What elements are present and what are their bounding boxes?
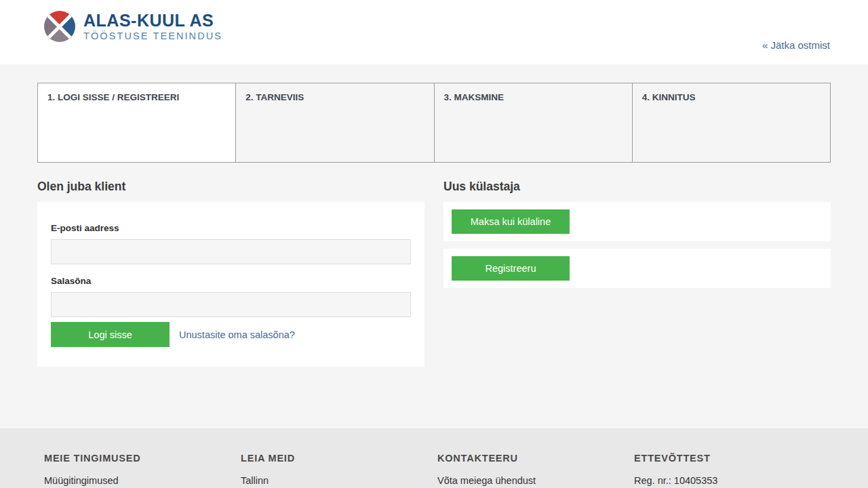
email-field-group: E-posti aadress	[51, 223, 411, 264]
guest-checkout-panel: Maksa kui külaline	[443, 202, 831, 241]
login-panel: E-posti aadress Salasõna Logi sisse Unus…	[37, 202, 425, 367]
new-visitor-heading: Uus külastaja	[443, 180, 831, 194]
continue-shopping-link[interactable]: « Jätka ostmist	[762, 39, 830, 51]
logo-icon	[44, 11, 75, 42]
step-label: 4. KINNITUS	[642, 92, 696, 102]
step-label: 1. LOGI SISSE / REGISTREERI	[47, 92, 179, 102]
email-input[interactable]	[51, 239, 411, 264]
step-login-register: 1. LOGI SISSE / REGISTREERI	[38, 83, 235, 162]
logo[interactable]: ALAS-KUUL AS TÖÖSTUSE TEENINDUS	[44, 11, 222, 42]
email-label: E-posti aadress	[51, 223, 411, 233]
footer-heading-find-us: LEIA MEID	[241, 453, 437, 464]
guest-checkout-button[interactable]: Maksa kui külaline	[452, 209, 570, 234]
login-actions: Logi sisse Unustasite oma salasõna?	[51, 322, 411, 347]
step-label: 2. TARNEVIIS	[245, 92, 304, 102]
login-heading: Olen juba klient	[37, 180, 425, 194]
login-section: Olen juba klient E-posti aadress Salasõn…	[37, 180, 425, 367]
footer-columns: MEIE TINGIMUSED Müügitingimused LEIA MEI…	[44, 453, 831, 486]
header: ALAS-KUUL AS TÖÖSTUSE TEENINDUS « Jätka …	[0, 0, 868, 64]
footer-heading-company: ETTEVÕTTEST	[634, 453, 831, 464]
step-delivery: 2. TARNEVIIS	[235, 83, 433, 162]
logo-text: ALAS-KUUL AS TÖÖSTUSE TEENINDUS	[83, 12, 222, 41]
footer-heading-contact: KONTAKTEERU	[437, 453, 634, 464]
footer-reg-number: Reg. nr.: 10405353	[634, 475, 831, 486]
new-visitor-section: Uus külastaja Maksa kui külaline Registr…	[443, 180, 831, 367]
step-label: 3. MAKSMINE	[444, 92, 505, 102]
step-payment: 3. MAKSMINE	[434, 83, 632, 162]
password-input[interactable]	[51, 292, 411, 317]
step-confirmation: 4. KINNITUS	[632, 83, 830, 162]
password-label: Salasõna	[51, 276, 411, 286]
footer-link-tallinn[interactable]: Tallinn	[241, 475, 437, 486]
content-columns: Olen juba klient E-posti aadress Salasõn…	[37, 180, 831, 367]
footer-col-find-us: LEIA MEID Tallinn	[241, 453, 437, 486]
register-button[interactable]: Registreeru	[452, 256, 570, 281]
register-panel: Registreeru	[443, 249, 831, 288]
footer-col-company: ETTEVÕTTEST Reg. nr.: 10405353	[634, 453, 831, 486]
password-field-group: Salasõna	[51, 276, 411, 317]
footer-col-terms: MEIE TINGIMUSED Müügitingimused	[44, 453, 241, 486]
logo-subtitle: TÖÖSTUSE TEENINDUS	[83, 31, 222, 41]
footer: MEIE TINGIMUSED Müügitingimused LEIA MEI…	[0, 428, 868, 488]
footer-heading-terms: MEIE TINGIMUSED	[44, 453, 241, 464]
footer-link-contact-us[interactable]: Võta meiega ühendust	[437, 475, 634, 486]
login-button[interactable]: Logi sisse	[51, 322, 170, 347]
footer-col-contact: KONTAKTEERU Võta meiega ühendust	[437, 453, 634, 486]
forgot-password-link[interactable]: Unustasite oma salasõna?	[179, 329, 295, 340]
footer-link-sales-terms[interactable]: Müügitingimused	[44, 475, 241, 486]
checkout-steps: 1. LOGI SISSE / REGISTREERI 2. TARNEVIIS…	[37, 83, 831, 163]
logo-title: ALAS-KUUL AS	[83, 12, 222, 29]
